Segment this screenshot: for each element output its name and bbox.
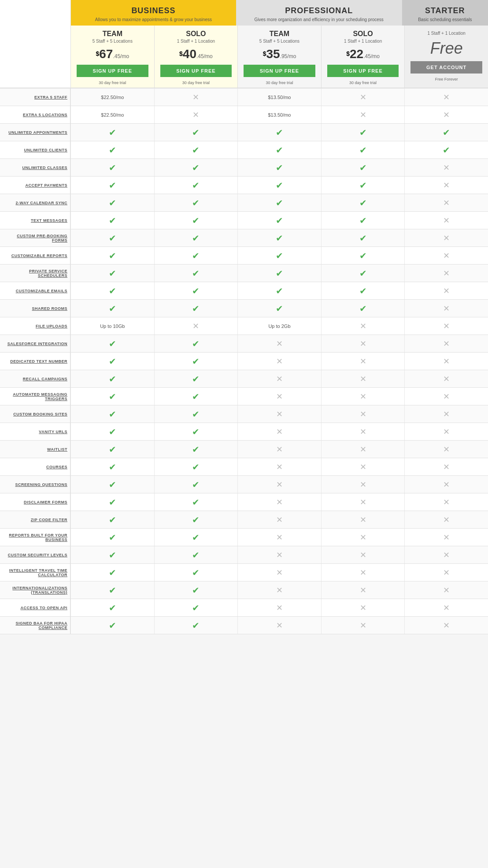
check-icon: ✔: [359, 162, 367, 173]
check-icon: ✔: [192, 444, 200, 455]
feature-row: TEXT MESSAGES ✔ ✔ ✔ ✔ ✕: [0, 212, 488, 229]
cell-value: $22.50/mo: [101, 95, 124, 100]
professional-solo-cell: ✕: [321, 599, 405, 616]
feature-label: EXTRA 5 LOCATIONS: [0, 106, 70, 123]
feature-label: CUSTOM BOOKING SITES: [0, 405, 70, 423]
professional-solo-price: $22.45/mo: [323, 47, 403, 61]
business-team-cell: ✔: [70, 159, 154, 176]
check-icon: ✔: [192, 250, 200, 261]
cross-icon: ✕: [443, 603, 450, 613]
check-icon: ✔: [192, 479, 200, 490]
business-solo-cell: ✔: [154, 493, 238, 511]
feature-row: REPORTS BUILT FOR YOUR BUSINESS ✔ ✔ ✕ ✕ …: [0, 529, 488, 546]
feature-label: CUSTOM PRE-BOOKING FORMS: [0, 229, 70, 246]
professional-team-price-period: /mo: [287, 53, 296, 59]
business-solo-cell: ✔: [154, 617, 238, 634]
professional-solo-cell: ✕: [321, 88, 405, 106]
cross-icon: ✕: [276, 409, 283, 419]
cross-icon: ✕: [443, 462, 450, 472]
professional-team-cell: ✕: [237, 529, 321, 546]
professional-solo-cell: ✕: [321, 441, 405, 458]
business-solo-cell: ✔: [154, 546, 238, 563]
business-team-cell: ✔: [70, 441, 154, 458]
professional-team-signup-button[interactable]: SIGN UP FREE: [244, 65, 315, 77]
check-icon: ✔: [109, 215, 116, 226]
business-team-col: TEAM 5 Staff + 5 Locations $67.45/mo SIG…: [70, 26, 154, 88]
professional-team-price-decimal: .95: [280, 53, 288, 59]
check-icon: ✔: [276, 250, 283, 261]
professional-team-cell: ✕: [237, 493, 321, 511]
business-solo-name: SOLO: [156, 30, 236, 38]
business-solo-signup-button[interactable]: SIGN UP FREE: [160, 65, 232, 77]
cross-icon: ✕: [443, 92, 450, 102]
starter-cell: ✕: [404, 265, 488, 282]
check-icon: ✔: [192, 374, 200, 384]
professional-team-price: $35.95/mo: [240, 47, 319, 61]
cross-icon: ✕: [443, 268, 450, 278]
cross-icon: ✕: [443, 163, 450, 173]
professional-solo-cell: ✕: [321, 476, 405, 493]
feature-row: CUSTOMIZABLE REPORTS ✔ ✔ ✔ ✔ ✕: [0, 247, 488, 265]
feature-row: SHARED ROOMS ✔ ✔ ✔ ✔ ✕: [0, 300, 488, 317]
business-solo-cell: ✔: [154, 441, 238, 458]
professional-team-cell: ✔: [237, 282, 321, 299]
business-team-name: TEAM: [73, 30, 152, 38]
business-solo-staff: 1 Staff + 1 Location: [156, 39, 236, 44]
professional-solo-cell: ✔: [321, 247, 405, 264]
check-icon: ✔: [443, 145, 450, 155]
starter-cell: ✕: [404, 546, 488, 563]
professional-team-cell: ✕: [237, 441, 321, 458]
check-icon: ✔: [109, 356, 116, 367]
business-team-price-main: 67: [99, 47, 113, 61]
check-icon: ✔: [359, 215, 367, 226]
starter-cell: ✔: [404, 124, 488, 141]
business-solo-cell: ✔: [154, 405, 238, 423]
feature-label: TEXT MESSAGES: [0, 212, 70, 229]
professional-solo-cell: ✕: [321, 564, 405, 581]
professional-solo-cell: ✔: [321, 124, 405, 141]
check-icon: ✔: [192, 567, 200, 578]
professional-team-cell: ✕: [237, 476, 321, 493]
cross-icon: ✕: [276, 357, 283, 366]
check-icon: ✔: [192, 233, 200, 243]
business-team-signup-button[interactable]: SIGN UP FREE: [77, 65, 148, 77]
professional-solo-cell: ✕: [321, 388, 405, 405]
cross-icon: ✕: [360, 568, 366, 577]
professional-solo-cell: ✕: [321, 546, 405, 563]
feature-label: DISCLAIMER FORMS: [0, 493, 70, 511]
starter-cell: ✕: [404, 370, 488, 387]
business-solo-cell: ✔: [154, 229, 238, 246]
starter-account-button[interactable]: GET ACCOUNT: [410, 61, 482, 74]
check-icon: ✔: [109, 391, 116, 402]
business-team-cell: ✔: [70, 212, 154, 229]
business-team-cell: ✔: [70, 194, 154, 211]
cell-value: Up to 2Gb: [268, 324, 290, 329]
business-team-cell: ✔: [70, 405, 154, 423]
professional-team-cell: ✕: [237, 599, 321, 616]
check-icon: ✔: [359, 268, 367, 279]
feature-row: RECALL CAMPAIGNS ✔ ✔ ✕ ✕ ✕: [0, 370, 488, 388]
cross-icon: ✕: [360, 374, 366, 384]
check-icon: ✔: [109, 409, 116, 419]
professional-team-trial: 30 day free trial: [240, 81, 319, 85]
check-icon: ✔: [109, 180, 116, 191]
cross-icon: ✕: [360, 357, 366, 366]
starter-cell: ✕: [404, 388, 488, 405]
starter-cell: ✕: [404, 106, 488, 123]
check-icon: ✔: [109, 250, 116, 261]
professional-group-header: PROFESSIONAL Gives more organization and…: [236, 0, 402, 26]
professional-team-cell: ✕: [237, 405, 321, 423]
check-icon: ✔: [276, 127, 283, 138]
cross-icon: ✕: [276, 603, 283, 613]
business-solo-cell: ✔: [154, 194, 238, 211]
check-icon: ✔: [109, 338, 116, 349]
check-icon: ✔: [192, 356, 200, 367]
professional-solo-signup-button[interactable]: SIGN UP FREE: [327, 65, 399, 77]
check-icon: ✔: [109, 550, 116, 560]
business-solo-price-decimal: .45: [196, 53, 204, 59]
feature-row: CUSTOM BOOKING SITES ✔ ✔ ✕ ✕ ✕: [0, 405, 488, 423]
check-icon: ✔: [192, 180, 200, 191]
business-team-cell: ✔: [70, 599, 154, 616]
business-team-cell: ✔: [70, 564, 154, 581]
professional-team-cell: ✔: [237, 265, 321, 282]
